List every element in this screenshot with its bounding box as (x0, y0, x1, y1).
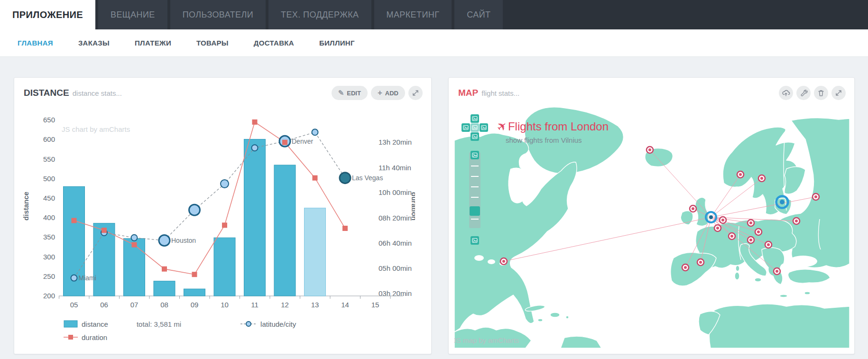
duration-point[interactable] (162, 267, 167, 272)
duration-point[interactable] (102, 228, 107, 233)
svg-text:550: 550 (43, 155, 55, 163)
top-tab-site[interactable]: САЙТ (454, 0, 503, 29)
top-tab-support[interactable]: ТЕХ. ПОДДЕРЖКА (268, 0, 371, 29)
top-tab-broadcast[interactable]: ВЕЩАНИЕ (98, 0, 167, 29)
city-marker[interactable] (758, 175, 765, 182)
duration-point[interactable] (282, 140, 287, 145)
pan-home-button[interactable] (471, 123, 479, 132)
svg-text:13: 13 (311, 301, 319, 309)
content-area: DISTANCE distance stats... ✎ EDIT + ADD (0, 57, 868, 354)
svg-text:15: 15 (371, 301, 379, 309)
svg-text:300: 300 (43, 253, 55, 261)
city-point[interactable] (189, 204, 200, 215)
city-marker[interactable] (720, 217, 726, 223)
zoom-in-button[interactable] (471, 151, 479, 159)
plus-icon: + (378, 88, 382, 98)
delete-button[interactable] (814, 86, 828, 100)
chart-watermark: JS chart by amCharts (62, 125, 130, 133)
legend-total: total: 3,581 mi (137, 320, 181, 328)
edit-button-label: EDIT (347, 90, 361, 97)
panel-subtitle: distance stats... (73, 89, 122, 97)
pan-up-button[interactable] (471, 114, 479, 123)
show-flights-vilnius-link[interactable]: show flights from Vilnius (506, 136, 609, 144)
bar-distance-13[interactable] (305, 208, 326, 296)
city-point-houston[interactable] (159, 235, 170, 246)
city-marker[interactable] (774, 268, 780, 275)
duration-point[interactable] (72, 218, 77, 223)
top-tab-users[interactable]: ПОЛЬЗОВАТЕЛИ (170, 0, 266, 29)
subnav-item-orders[interactable]: ЗАКАЗЫ (78, 39, 110, 47)
duration-point[interactable] (132, 242, 137, 248)
expand-button[interactable] (408, 86, 423, 100)
city-point[interactable] (312, 129, 318, 135)
legend-duration[interactable]: duration (64, 333, 107, 341)
bar-distance-08[interactable] (154, 281, 175, 296)
city-marker[interactable] (646, 147, 653, 153)
city-marker[interactable] (682, 264, 689, 271)
bar-distance-10[interactable] (214, 238, 235, 296)
expand-button[interactable] (831, 86, 846, 100)
zoom-tick (471, 166, 479, 166)
city-marker[interactable] (697, 259, 704, 266)
svg-text:650: 650 (43, 116, 55, 124)
city-point-miami[interactable] (71, 275, 77, 281)
svg-text:06: 06 (100, 301, 108, 309)
city-marker[interactable] (813, 193, 819, 200)
city-point-las-vegas[interactable] (340, 173, 351, 184)
duration-point[interactable] (252, 120, 258, 125)
duration-point[interactable] (222, 222, 227, 228)
svg-text:08h 20min: 08h 20min (379, 214, 412, 222)
cloud-upload-button[interactable] (779, 86, 793, 100)
city-marker[interactable] (690, 205, 696, 212)
settings-button[interactable] (796, 86, 811, 100)
edit-button[interactable]: ✎ EDIT (332, 86, 368, 100)
city-marker[interactable] (793, 218, 800, 224)
city-marker[interactable] (748, 220, 754, 226)
legend-distance[interactable]: distance (64, 320, 108, 328)
city-marker[interactable] (755, 229, 762, 235)
subnav-item-main[interactable]: ГЛАВНАЯ (18, 39, 53, 47)
duration-marker-icon (64, 334, 78, 341)
add-button[interactable]: + ADD (371, 86, 405, 100)
city-point[interactable] (131, 235, 138, 241)
trash-icon (817, 89, 825, 97)
top-tab-label: МАРКЕТИНГ (387, 10, 440, 20)
pan-down-button[interactable] (471, 132, 479, 141)
top-tab-label: САЙТ (467, 10, 490, 20)
svg-text:Las Vegas: Las Vegas (352, 174, 383, 182)
pan-right-button[interactable] (480, 123, 488, 132)
zoom-tick (471, 186, 479, 187)
pan-left-button[interactable] (462, 123, 470, 132)
subnav-item-payments[interactable]: ПЛАТЕЖИ (135, 39, 171, 47)
top-tab-app[interactable]: ПРИЛОЖЕНИЕ (0, 0, 95, 29)
svg-text:09: 09 (191, 301, 199, 309)
legend-latitude[interactable]: latitude/city (240, 320, 296, 328)
city-marker[interactable] (765, 241, 772, 248)
duration-point[interactable] (192, 272, 197, 277)
city-marker[interactable] (729, 233, 735, 239)
top-tab-label: ПОЛЬЗОВАТЕЛИ (183, 10, 253, 20)
city-marker[interactable] (748, 237, 754, 243)
subnav-item-billing[interactable]: БИЛЛИНГ (319, 39, 355, 47)
city-marker[interactable] (714, 225, 721, 231)
city-marker[interactable] (500, 258, 507, 265)
bar-distance-12[interactable] (274, 165, 295, 296)
zoom-slider-thumb[interactable] (470, 206, 480, 216)
zoom-out-button[interactable] (471, 236, 479, 245)
subnav-item-delivery[interactable]: ДОСТАВКА (254, 39, 294, 47)
svg-text:11: 11 (251, 301, 259, 309)
bar-distance-11[interactable] (244, 139, 266, 296)
bar-distance-09[interactable] (184, 289, 205, 296)
zoom-slider[interactable] (469, 152, 480, 228)
map-panel-header: MAP flight stats... (449, 78, 854, 103)
svg-text:500: 500 (43, 175, 55, 183)
top-tab-marketing[interactable]: МАРКЕТИНГ (374, 0, 452, 29)
city-marker[interactable] (737, 171, 744, 178)
svg-text:distance: distance (22, 192, 30, 221)
duration-point[interactable] (342, 226, 348, 231)
svg-text:10h 00min: 10h 00min (379, 188, 412, 196)
subnav-item-goods[interactable]: ТОВАРЫ (196, 39, 229, 47)
duration-point[interactable] (313, 175, 318, 181)
city-point[interactable] (252, 145, 258, 151)
city-point[interactable] (221, 180, 229, 188)
